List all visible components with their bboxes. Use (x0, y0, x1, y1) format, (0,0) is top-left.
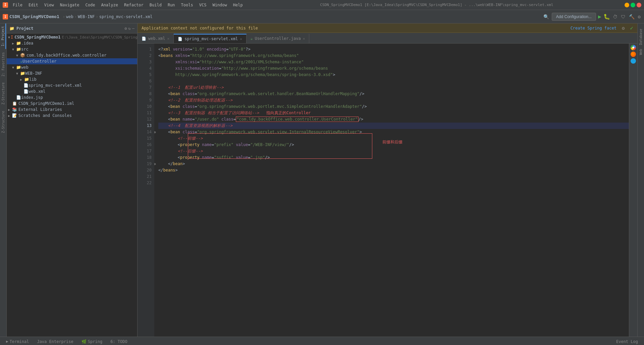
line-9: 9 (138, 97, 154, 104)
menu-edit[interactable]: Edit (26, 2, 41, 8)
tree-extlibs[interactable]: ▶ 📚 External Libraries (7, 107, 137, 113)
tree-webinf[interactable]: ▼ 📁 WEB-INF (7, 70, 137, 76)
firefox-icon[interactable] (631, 52, 636, 57)
tree-root[interactable]: ▼ I CSDN_SpringMVCDemo1 E:\Java_Idea\Spr… (7, 34, 137, 40)
titlebar: I File Edit View Navigate Code Analyze R… (0, 0, 644, 10)
line-11: 11 (138, 110, 154, 116)
menu-help[interactable]: Help (230, 2, 246, 8)
pkg-icon: 📦 (20, 53, 25, 58)
panel-sync-icon[interactable]: ↻ (128, 26, 131, 31)
project-panel-title: Project (16, 26, 34, 31)
tree-usercontroller[interactable]: ☕ UserController (7, 58, 137, 64)
coverage-button[interactable]: 🛡 (620, 13, 626, 20)
menu-vcs[interactable]: VCS (197, 2, 209, 8)
web-xml-label: web.xml (29, 89, 46, 94)
code-line-20: </beans> (158, 167, 629, 174)
spring-label: Spring (88, 339, 102, 344)
web-label: web (21, 65, 29, 70)
menu-window[interactable]: Window (210, 2, 229, 8)
notification-settings-icon[interactable]: ⚙ (622, 25, 625, 31)
settings-icon[interactable]: ⚙ (637, 13, 641, 20)
search-icon[interactable]: 🔍 (543, 13, 550, 20)
maximize-button[interactable] (631, 3, 635, 7)
tree-iml[interactable]: 📋 CSDN_SpringMVCDemo1.iml (7, 100, 137, 107)
menu-navigate[interactable]: Navigate (57, 2, 82, 8)
tree-spring-xml[interactable]: 📄 spring_mvc-servlet.xml (7, 82, 137, 88)
menu-file[interactable]: File (10, 2, 25, 8)
terminal-tab[interactable]: ▶ Terminal (3, 338, 32, 345)
database-tab[interactable]: Database (639, 29, 643, 45)
line-8: 8 (138, 91, 154, 97)
event-log-tab[interactable]: Event Log (613, 338, 641, 345)
minimize-button[interactable] (625, 3, 629, 7)
web-xml-tab-close[interactable]: ✕ (167, 37, 170, 41)
todo-tab[interactable]: 6: TODO (107, 338, 131, 345)
tree-pkg[interactable]: ▼ 📦 com.ldy.backOffice.web.controller (7, 52, 137, 58)
toolbar-actions: 🔍 Add Configuration... ▶ 🐛 ⏱ 🛡 🔨 ⚙ (543, 13, 641, 21)
breadcrumb-webinf[interactable]: WEB-INF (78, 14, 95, 19)
code-content[interactable]: <?xml version="1.0" encoding="UTF-8"?> <… (154, 44, 629, 337)
lib-folder-icon: 📁 (24, 77, 29, 82)
tree-idea[interactable]: ▶ 📁 .idea (7, 40, 137, 46)
ie-icon[interactable] (631, 58, 636, 64)
favorites-tab[interactable]: 2: Favorites (1, 50, 6, 79)
chrome-icon[interactable] (631, 45, 636, 50)
menu-code[interactable]: Code (83, 2, 98, 8)
jsp-icon: 📄 (16, 95, 21, 100)
menu-refactor[interactable]: Refactor (121, 2, 146, 8)
code-line-8: <bean class="org.springframework.web.ser… (158, 91, 629, 97)
line-6: 6 (138, 78, 154, 84)
tab-spring-xml[interactable]: 📄 spring_mvc-servlet.xml ✕ (174, 34, 247, 43)
breadcrumb-file[interactable]: spring_mvc-servlet.xml (99, 14, 153, 19)
usercontroller-tab-close[interactable]: ✕ (303, 37, 305, 41)
code-line-13: <!--4 配置资源视图的解析器--> (158, 123, 629, 129)
spring-xml-tab-close[interactable]: ✕ (240, 37, 242, 41)
panel-settings-icon[interactable]: ⚙ (124, 26, 127, 31)
tree-web-xml[interactable]: 📄 web.xml (7, 88, 137, 94)
right-sidebar: Database Web (637, 23, 644, 337)
create-spring-facet-link[interactable]: Create Spring facet (571, 26, 616, 30)
profile-button[interactable]: ⏱ (612, 13, 618, 20)
structure-tab2[interactable]: Z-Structure (1, 108, 6, 136)
bottom-bar: ▶ Terminal Java Enterprise 🌿 Spring 6: T… (0, 337, 644, 345)
menu-analyze[interactable]: Analyze (98, 2, 121, 8)
notification-close-icon[interactable]: ✓ (630, 25, 633, 31)
build-button[interactable]: 🔨 (628, 13, 635, 20)
spring-tab[interactable]: 🌿 Spring (78, 338, 106, 345)
terminal-label: Terminal (10, 339, 29, 344)
tab-web-xml[interactable]: 📄 web.xml ✕ (138, 34, 174, 43)
tree-index-jsp[interactable]: 📄 index.jsp (7, 94, 137, 100)
tree-src[interactable]: ▼ 📁 src (7, 46, 137, 52)
debug-button[interactable]: 🐛 (603, 13, 610, 20)
web-tab[interactable]: Web (639, 49, 643, 55)
project-tab[interactable]: 1: Project (0, 23, 6, 49)
tree-lib[interactable]: ▶ 📁 lib (7, 76, 137, 82)
usercontroller-label: UserController (22, 59, 56, 64)
tree-scratches[interactable]: ▶ 📝 Scratches and Consoles (7, 113, 137, 119)
web-xml-tab-label: web.xml (148, 36, 165, 41)
line-20: 20 (138, 167, 154, 174)
panel-collapse-icon[interactable]: – (132, 26, 135, 31)
add-configuration-button[interactable]: Add Configuration... (552, 13, 596, 21)
code-line-7: <!--1 配置url处理映射--> (158, 84, 629, 91)
run-button[interactable]: ▶ (598, 13, 601, 20)
menu-tools[interactable]: Tools (178, 2, 196, 8)
code-editor[interactable]: 1 2 3 4 5 6 7 8 9 10 11 12 13 14 15 16 1… (138, 44, 637, 337)
close-button[interactable] (637, 3, 641, 7)
project-icon: I (3, 14, 8, 19)
line-19: 19 (138, 161, 154, 167)
menu-view[interactable]: View (42, 2, 57, 8)
menu-run[interactable]: Run (165, 2, 178, 8)
tree-web[interactable]: ▼ 📁 web (7, 64, 137, 70)
code-line-16: <property name="prefix" value="/WEB-INF/… (158, 142, 629, 148)
java-enterprise-tab[interactable]: Java Enterprise (34, 338, 76, 345)
window-controls (625, 3, 641, 7)
line-1: 1 (138, 46, 154, 53)
structure-tab[interactable]: Z-Structure (1, 80, 6, 107)
menu-build[interactable]: Build (147, 2, 164, 8)
iml-icon: 📋 (12, 101, 17, 106)
breadcrumb-web[interactable]: web (66, 14, 73, 19)
tab-usercontroller[interactable]: ☕ UserController.java ✕ (247, 34, 310, 43)
app-icon: I (3, 2, 8, 8)
iml-label: CSDN_SpringMVCDemo1.iml (18, 101, 74, 106)
